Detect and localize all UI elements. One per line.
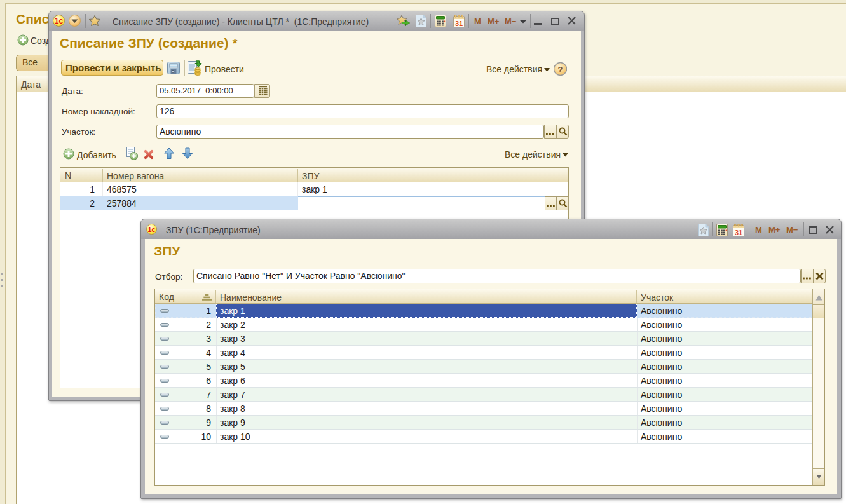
svg-text:1с: 1с bbox=[55, 17, 64, 25]
svg-text:31: 31 bbox=[735, 229, 742, 236]
svg-text:?: ? bbox=[558, 65, 563, 74]
svg-text:31: 31 bbox=[455, 20, 463, 27]
svg-text:1с: 1с bbox=[148, 226, 156, 233]
